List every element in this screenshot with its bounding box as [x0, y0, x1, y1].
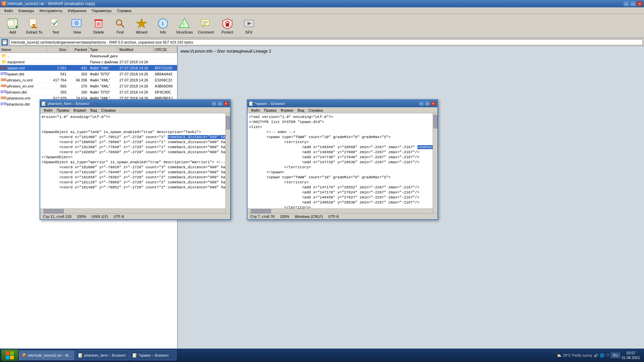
table-row[interactable]: 📁.. Локальный диск [0, 53, 177, 59]
taskbar-winrar[interactable]: 📦 interlude_lucera2.rar - W... [19, 350, 74, 360]
notepad2-menu-edit[interactable]: Правка [262, 108, 278, 113]
language-indicator[interactable]: RU [611, 353, 620, 358]
virusscan-label: VirusScan [176, 30, 193, 34]
notepad1-title: phantom_farm – Блокнот [48, 102, 90, 106]
taskbar-notepad2-label: *spawn – Блокнот [139, 353, 169, 357]
system-tray: ⛅ 29°C Partly sunny 🔊 🌐 🛡 RU 15:57 31.08… [557, 351, 643, 360]
wizard-button[interactable]: Wizard [131, 15, 152, 37]
notepad2-menu-view[interactable]: Вид [296, 108, 306, 113]
delete-label: Delete [93, 30, 104, 34]
svg-line-17 [121, 24, 124, 27]
menu-commands[interactable]: Команды [16, 8, 37, 13]
virusscan-icon: ! [178, 17, 191, 29]
notepad1-menu-view[interactable]: Вид [88, 108, 99, 113]
notepad2-hscroll[interactable] [248, 208, 433, 213]
minimize-button[interactable]: — [623, 1, 629, 6]
protect-button[interactable]: Protect [217, 15, 237, 37]
virusscan-button[interactable]: ! VirusScan [174, 15, 195, 37]
notepad2-icon: 📝 [249, 102, 254, 106]
notepad2-maximize[interactable]: □ [425, 101, 430, 106]
table-row[interactable]: XMLphrases_ru.xml 417 764 66 206 Файл "X… [0, 77, 177, 83]
notepad1-menu-edit[interactable]: Правка [55, 108, 71, 113]
extract-icon [28, 17, 40, 29]
view-label: View [73, 30, 81, 34]
sfx-label: SFX [245, 30, 252, 34]
folder-icon: 📁 [1, 59, 7, 65]
taskbar: 📦 interlude_lucera2.rar - W... 📝 phantom… [0, 349, 644, 362]
col-header-crc[interactable]: CRC32 [153, 46, 177, 53]
taskbar-notepad1[interactable]: 📝 phantom_farm – Блокнот [75, 350, 129, 360]
notepad2-close[interactable]: ✕ [431, 101, 436, 106]
close-button[interactable]: ✕ [637, 1, 643, 6]
sfx-button[interactable]: SFX [239, 15, 259, 37]
start-button[interactable] [1, 350, 18, 361]
address-bar: interlude_lucera2.rar\interlude\gameserv… [0, 38, 644, 46]
menu-file[interactable]: Файл [1, 8, 16, 13]
find-button[interactable]: Find [110, 15, 130, 37]
view-button[interactable]: View [67, 15, 87, 37]
col-header-name[interactable]: Name [0, 46, 47, 53]
notepad2-menu-help[interactable]: Справка [306, 108, 325, 113]
extract-label: Extract To [26, 30, 43, 34]
add-button[interactable]: Add [3, 15, 23, 37]
find-label: Find [116, 30, 123, 34]
notepad2-controls: — □ ✕ [419, 101, 436, 106]
svg-point-10 [76, 22, 77, 24]
address-input[interactable]: interlude_lucera2.rar\interlude\gameserv… [9, 39, 643, 45]
notepad1-content: ersion="1.0" encoding="utf-8"?> <SpawnOb… [40, 113, 225, 213]
notepad2-menubar: Файл Правка Формат Вид Справка [248, 107, 437, 113]
col-header-size[interactable]: Size [47, 46, 68, 53]
notepad2-hscrollthumb[interactable] [251, 209, 271, 213]
notepad1-menu-file[interactable]: Файл [42, 108, 55, 113]
taskbar-notepad2[interactable]: 📝 *spawn – Блокнот [129, 350, 176, 360]
notepad1-close[interactable]: ✕ [223, 101, 229, 106]
col-header-type[interactable]: Type [89, 46, 118, 53]
notepad1-menu-help[interactable]: Справка [99, 108, 117, 113]
table-row[interactable]: DTDphrases.dtd 255 160 Файл "DTD" 27.07.… [0, 89, 177, 95]
notepad2-scrollthumb[interactable] [433, 115, 437, 128]
notepad1-hscrollthumb[interactable] [44, 209, 64, 213]
notepad1-scrollbar[interactable] [225, 113, 230, 213]
comment-button[interactable]: Comment [196, 15, 216, 37]
menu-help[interactable]: Справка [114, 8, 134, 13]
table-row[interactable]: XMLspawn.xml 2 091 431 Файл "XML" 27.07.… [0, 65, 177, 71]
archive-icon [1, 39, 8, 46]
notepad1-scrollthumb[interactable] [226, 116, 230, 129]
svg-rect-35 [6, 356, 9, 359]
notepad1-eol: UNIX (LF) [92, 215, 108, 219]
menu-favorites[interactable]: Избранное [65, 8, 89, 13]
dtd-icon: DTD [1, 89, 7, 95]
test-button[interactable]: Test [46, 15, 66, 37]
table-row[interactable]: XMLphrases_en.xml 565 270 Файл "XML" 27.… [0, 83, 177, 89]
svg-point-16 [116, 20, 122, 25]
table-row[interactable]: DTDspawn.dtd 541 203 Файл "DTD" 27.07.20… [0, 71, 177, 77]
notepad2-menu-format[interactable]: Формат [278, 108, 296, 113]
notepad1-minimize[interactable]: — [211, 101, 217, 106]
notepad2-menu-file[interactable]: Файл [249, 108, 262, 113]
info-button[interactable]: i Info [153, 15, 173, 37]
delete-button[interactable]: Delete [89, 15, 109, 37]
protect-icon [221, 17, 233, 29]
notepad2-content: <?xml version="1.0" encoding="utf-8"?> <… [248, 113, 433, 213]
notepad1-controls: — □ ✕ [211, 101, 229, 106]
notepad2-scrollbar[interactable] [433, 113, 437, 213]
notepad1-maximize[interactable]: □ [217, 101, 223, 106]
window-controls: — □ ✕ [623, 1, 643, 6]
maximize-button[interactable]: □ [630, 1, 636, 6]
toolbar: Add Extract To Test Vie [0, 14, 644, 38]
col-header-packed[interactable]: Packed [68, 46, 89, 53]
notepad1-menu-format[interactable]: Формат [71, 108, 88, 113]
table-row[interactable]: 📁equipment Папка с файлами 27.07.2018 14… [0, 59, 177, 65]
notepad1-hscroll[interactable] [40, 208, 225, 213]
tray-icon2: 🌐 [600, 353, 604, 358]
menu-options[interactable]: Параметры [89, 8, 114, 13]
wizard-icon [136, 17, 148, 29]
notepad2-minimize[interactable]: — [419, 101, 424, 106]
notepad2-titlebar: 📝 *spawn – Блокнот — □ ✕ [248, 100, 437, 107]
test-icon [50, 17, 62, 29]
extract-button[interactable]: Extract To [24, 15, 44, 37]
col-header-modified[interactable]: Modified [118, 46, 153, 53]
menu-tools[interactable]: Инструменты [37, 8, 65, 13]
svg-rect-23 [201, 19, 209, 25]
tray-icon3: 🛡 [606, 353, 609, 357]
